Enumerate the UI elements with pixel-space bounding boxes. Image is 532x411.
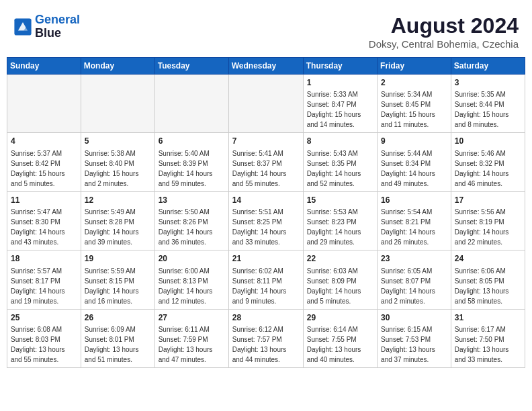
day-number: 3 [455, 77, 521, 89]
logo-blue-text: Blue [35, 26, 61, 40]
day-info: Sunrise: 6:00 AM Sunset: 8:13 PM Dayligh… [159, 266, 225, 306]
day-info: Sunrise: 5:44 AM Sunset: 8:34 PM Dayligh… [381, 148, 447, 189]
calendar-cell: 27Sunrise: 6:11 AM Sunset: 7:59 PM Dayli… [154, 309, 228, 367]
day-info: Sunrise: 5:51 AM Sunset: 8:25 PM Dayligh… [232, 207, 300, 247]
day-info: Sunrise: 5:57 AM Sunset: 8:17 PM Dayligh… [11, 266, 77, 306]
calendar-cell: 1Sunrise: 5:33 AM Sunset: 8:47 PM Daylig… [303, 75, 377, 133]
day-info: Sunrise: 5:34 AM Sunset: 8:45 PM Dayligh… [381, 89, 447, 130]
day-number: 25 [11, 312, 77, 324]
day-number: 8 [307, 136, 373, 147]
calendar-cell: 10Sunrise: 5:46 AM Sunset: 8:32 PM Dayli… [451, 133, 525, 191]
calendar-header-row: SundayMondayTuesdayWednesdayThursdayFrid… [7, 58, 525, 75]
day-info: Sunrise: 5:38 AM Sunset: 8:40 PM Dayligh… [85, 148, 151, 189]
calendar-cell: 11Sunrise: 5:47 AM Sunset: 8:30 PM Dayli… [7, 191, 81, 250]
calendar-cell: 16Sunrise: 5:54 AM Sunset: 8:21 PM Dayli… [378, 191, 451, 250]
day-info: Sunrise: 5:33 AM Sunset: 8:47 PM Dayligh… [307, 89, 373, 130]
day-info: Sunrise: 5:50 AM Sunset: 8:26 PM Dayligh… [159, 207, 225, 247]
location: Doksy, Central Bohemia, Czechia [369, 38, 519, 50]
day-header-friday: Friday [378, 58, 451, 75]
calendar-cell: 28Sunrise: 6:12 AM Sunset: 7:57 PM Dayli… [228, 309, 303, 367]
day-info: Sunrise: 6:05 AM Sunset: 8:07 PM Dayligh… [381, 266, 447, 306]
day-info: Sunrise: 5:37 AM Sunset: 8:42 PM Dayligh… [11, 148, 77, 189]
day-info: Sunrise: 5:59 AM Sunset: 8:15 PM Dayligh… [85, 266, 151, 306]
calendar-cell: 5Sunrise: 5:38 AM Sunset: 8:40 PM Daylig… [81, 133, 154, 191]
day-number: 21 [232, 253, 300, 265]
day-number: 30 [381, 312, 447, 324]
day-number: 20 [159, 253, 225, 265]
calendar-cell: 6Sunrise: 5:40 AM Sunset: 8:39 PM Daylig… [154, 133, 228, 191]
day-number: 24 [455, 253, 521, 265]
day-number: 23 [381, 253, 447, 265]
day-number: 6 [159, 136, 225, 147]
day-number: 7 [232, 136, 300, 147]
calendar-cell: 7Sunrise: 5:41 AM Sunset: 8:37 PM Daylig… [228, 133, 303, 191]
calendar-cell [154, 75, 228, 133]
calendar-cell: 8Sunrise: 5:43 AM Sunset: 8:35 PM Daylig… [303, 133, 377, 191]
day-number: 11 [11, 195, 77, 206]
day-number: 13 [159, 195, 225, 206]
day-number: 26 [85, 312, 151, 324]
day-number: 14 [232, 195, 300, 206]
day-info: Sunrise: 5:49 AM Sunset: 8:28 PM Dayligh… [85, 207, 151, 247]
day-header-sunday: Sunday [7, 58, 81, 75]
day-number: 19 [85, 253, 151, 265]
day-number: 29 [307, 312, 373, 324]
day-info: Sunrise: 5:56 AM Sunset: 8:19 PM Dayligh… [455, 207, 521, 247]
day-number: 4 [11, 136, 77, 147]
logo: General Blue [13, 13, 80, 40]
day-number: 9 [381, 136, 447, 147]
logo-icon [13, 17, 32, 36]
logo-general: General [35, 13, 80, 26]
day-number: 12 [85, 195, 151, 206]
calendar-cell: 20Sunrise: 6:00 AM Sunset: 8:13 PM Dayli… [154, 250, 228, 309]
day-info: Sunrise: 5:46 AM Sunset: 8:32 PM Dayligh… [455, 148, 521, 189]
day-header-saturday: Saturday [451, 58, 525, 75]
day-number: 5 [85, 136, 151, 147]
calendar-cell: 22Sunrise: 6:03 AM Sunset: 8:09 PM Dayli… [303, 250, 377, 309]
calendar-cell: 15Sunrise: 5:53 AM Sunset: 8:23 PM Dayli… [303, 191, 377, 250]
day-info: Sunrise: 6:12 AM Sunset: 7:57 PM Dayligh… [232, 324, 300, 365]
calendar-cell: 4Sunrise: 5:37 AM Sunset: 8:42 PM Daylig… [7, 133, 81, 191]
day-info: Sunrise: 6:09 AM Sunset: 8:01 PM Dayligh… [85, 324, 151, 365]
calendar-cell [7, 75, 81, 133]
day-info: Sunrise: 5:40 AM Sunset: 8:39 PM Dayligh… [159, 148, 225, 189]
day-info: Sunrise: 6:14 AM Sunset: 7:55 PM Dayligh… [307, 324, 373, 365]
calendar-cell: 29Sunrise: 6:14 AM Sunset: 7:55 PM Dayli… [303, 309, 377, 367]
calendar-cell: 30Sunrise: 6:15 AM Sunset: 7:53 PM Dayli… [378, 309, 451, 367]
calendar-cell: 24Sunrise: 6:06 AM Sunset: 8:05 PM Dayli… [451, 250, 525, 309]
calendar-cell: 14Sunrise: 5:51 AM Sunset: 8:25 PM Dayli… [228, 191, 303, 250]
day-number: 28 [232, 312, 300, 324]
day-number: 2 [381, 77, 447, 89]
day-header-tuesday: Tuesday [154, 58, 228, 75]
calendar-cell: 23Sunrise: 6:05 AM Sunset: 8:07 PM Dayli… [378, 250, 451, 309]
page-header: General Blue August 2024 Doksy, Central … [7, 7, 525, 53]
day-number: 15 [307, 195, 373, 206]
calendar-cell [228, 75, 303, 133]
calendar-cell: 3Sunrise: 5:35 AM Sunset: 8:44 PM Daylig… [451, 75, 525, 133]
day-info: Sunrise: 6:11 AM Sunset: 7:59 PM Dayligh… [159, 324, 225, 365]
day-info: Sunrise: 6:15 AM Sunset: 7:53 PM Dayligh… [381, 324, 447, 365]
calendar-table: SundayMondayTuesdayWednesdayThursdayFrid… [7, 57, 525, 368]
month-year: August 2024 [369, 13, 519, 38]
calendar-cell: 17Sunrise: 5:56 AM Sunset: 8:19 PM Dayli… [451, 191, 525, 250]
day-info: Sunrise: 5:53 AM Sunset: 8:23 PM Dayligh… [307, 207, 373, 247]
day-header-monday: Monday [81, 58, 154, 75]
day-info: Sunrise: 5:43 AM Sunset: 8:35 PM Dayligh… [307, 148, 373, 189]
title-block: August 2024 Doksy, Central Bohemia, Czec… [369, 13, 519, 50]
calendar-cell: 18Sunrise: 5:57 AM Sunset: 8:17 PM Dayli… [7, 250, 81, 309]
week-row-2: 11Sunrise: 5:47 AM Sunset: 8:30 PM Dayli… [7, 191, 525, 250]
calendar-cell: 12Sunrise: 5:49 AM Sunset: 8:28 PM Dayli… [81, 191, 154, 250]
day-number: 31 [455, 312, 521, 324]
day-header-thursday: Thursday [303, 58, 377, 75]
week-row-4: 25Sunrise: 6:08 AM Sunset: 8:03 PM Dayli… [7, 309, 525, 367]
week-row-0: 1Sunrise: 5:33 AM Sunset: 8:47 PM Daylig… [7, 75, 525, 133]
day-number: 22 [307, 253, 373, 265]
day-number: 1 [307, 77, 373, 89]
calendar-cell: 13Sunrise: 5:50 AM Sunset: 8:26 PM Dayli… [154, 191, 228, 250]
day-info: Sunrise: 6:06 AM Sunset: 8:05 PM Dayligh… [455, 266, 521, 306]
day-info: Sunrise: 6:17 AM Sunset: 7:50 PM Dayligh… [455, 324, 521, 365]
day-info: Sunrise: 5:35 AM Sunset: 8:44 PM Dayligh… [455, 89, 521, 130]
day-info: Sunrise: 6:03 AM Sunset: 8:09 PM Dayligh… [307, 266, 373, 306]
week-row-3: 18Sunrise: 5:57 AM Sunset: 8:17 PM Dayli… [7, 250, 525, 309]
day-number: 27 [159, 312, 225, 324]
